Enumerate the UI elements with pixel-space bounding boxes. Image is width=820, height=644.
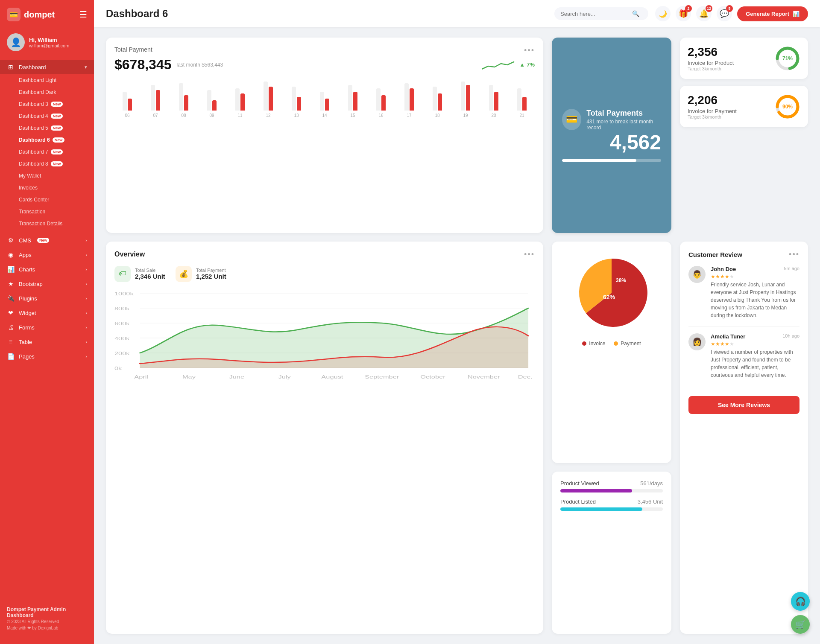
blue-card-sub: 431 more to break last month record [586,119,661,131]
sidebar-item-dashboard-7[interactable]: Dashboard 7 New [0,146,94,158]
review-body-1: John Doe 5m ago ★★★★★ Friendly service J… [711,266,800,319]
bar-group: 18 [425,76,450,118]
cart-float-btn[interactable]: 🛒 [791,615,810,634]
bar-label: 19 [463,113,468,118]
review-header: Customer Review ••• [688,250,800,259]
nav-pages-label: Pages [19,353,35,360]
nav-pages[interactable]: 📄 Pages › [0,349,94,364]
new-badge: New [51,114,63,119]
review-text-1: Friendly service Josh, Lunar and everyon… [711,281,800,319]
payment-amount: $678,345 [114,57,171,73]
sidebar-item-dashboard-dark[interactable]: Dashboard Dark [0,86,94,98]
main-content: Dashboard 6 🔍 🌙 🎁 2 🔔 12 💬 5 Generate [94,0,820,644]
sidebar-footer: Dompet Payment Admin Dashboard © 2023 Al… [0,600,94,637]
sidebar-item-my-wallet[interactable]: My Wallet [0,170,94,182]
sidebar-item-transaction[interactable]: Transaction [0,206,94,218]
chevron-right-icon: › [85,252,87,257]
bar-group: 11 [227,76,253,118]
svg-text:June: June [229,374,244,379]
invoice-product-number: 2,356 [688,45,734,59]
invoice-legend-label: Invoice [589,341,605,347]
bar-label: 20 [491,113,496,118]
user-greeting: Hi, William [29,37,69,43]
sidebar-item-cards-center[interactable]: Cards Center [0,194,94,206]
bell-btn[interactable]: 🔔 12 [696,6,712,21]
svg-text:April: April [134,374,148,379]
new-badge: New [53,137,65,143]
footer-copyright: © 2023 All Rights Reserved [7,619,87,624]
pages-icon: 📄 [7,353,15,360]
sidebar-item-dashboard-4[interactable]: Dashboard 4 New [0,110,94,122]
light-bar [123,92,127,111]
see-more-reviews-button[interactable]: See More Reviews [688,396,800,414]
svg-text:38%: 38% [616,277,626,283]
app-logo[interactable]: 💳 dompet [7,8,55,21]
last-month-label: last month $563,443 [176,62,223,68]
overview-header: Overview ••• [114,250,535,259]
sidebar-item-dashboard-6[interactable]: Dashboard 6 New [0,134,94,146]
sidebar-item-dashboard-light[interactable]: Dashboard Light [0,74,94,86]
nav-bootstrap[interactable]: ★ Bootstrap › [0,277,94,291]
sidebar-item-invoices[interactable]: Invoices [0,182,94,194]
overview-menu-btn[interactable]: ••• [524,250,535,259]
pie-chart-svg: 62% 38% [573,254,650,331]
search-input[interactable] [560,11,629,17]
sidebar-item-label: Transaction Details [19,221,62,227]
svg-text:400k: 400k [114,335,130,341]
bar-chart-icon: 📊 [793,11,800,17]
bar-group: 19 [453,76,478,118]
pie-chart-container: 62% 38% [573,254,650,331]
light-bar [461,82,465,111]
bar-group: 14 [312,76,337,118]
light-bar [292,87,296,111]
nav-apps[interactable]: ◉ Apps › [0,248,94,262]
svg-text:May: May [182,374,196,379]
red-bar [297,97,301,111]
sidebar-item-dashboard-8[interactable]: Dashboard 8 New [0,158,94,170]
search-icon: 🔍 [632,10,639,17]
nav-dashboard[interactable]: ⊞ Dashboard ▾ [0,60,94,74]
product-viewed-header: Product Viewed 561/days [560,480,663,487]
svg-text:1000k: 1000k [114,291,134,296]
sidebar-item-transaction-details[interactable]: Transaction Details [0,218,94,230]
chat-btn[interactable]: 💬 5 [717,6,732,21]
support-float-btn[interactable]: 🎧 [791,592,810,611]
sidebar-item-dashboard-5[interactable]: Dashboard 5 New [0,122,94,134]
product-listed-bar [560,507,663,511]
chat-badge: 5 [726,5,733,12]
nav-forms[interactable]: 🖨 Forms › [0,320,94,335]
product-listed-label: Product Listed [560,498,596,505]
bar-group: 20 [481,76,507,118]
gift-btn[interactable]: 🎁 2 [676,6,691,21]
dashboard-nav-section: ⊞ Dashboard ▾ Dashboard Light Dashboard … [0,58,94,231]
moon-btn[interactable]: 🌙 [655,6,671,21]
invoice-product-donut: 71% [775,46,800,71]
review-menu-btn[interactable]: ••• [789,250,800,259]
sidebar-item-dashboard-3[interactable]: Dashboard 3 New [0,98,94,110]
avatar: 👤 [7,33,25,51]
nav-cms[interactable]: ⚙ CMS New › [0,233,94,248]
payment-meta: $678,345 last month $563,443 ▲ 7% [114,57,535,73]
nav-table[interactable]: ≡ Table › [0,335,94,349]
nav-plugins[interactable]: 🔌 Plugins › [0,291,94,306]
legend-invoice: Invoice [582,341,605,347]
red-bar [156,90,160,111]
product-viewed-value: 561/days [640,480,663,487]
search-box[interactable]: 🔍 [554,7,648,20]
hamburger-btn[interactable]: ☰ [79,9,87,20]
generate-report-button[interactable]: Generate Report 📊 [737,6,808,21]
light-bar [376,88,381,111]
nav-cms-label: CMS [19,237,31,244]
pie-legend: Invoice Payment [582,341,641,347]
red-bar [128,99,132,111]
product-viewed-stat: Product Viewed 561/days [560,480,663,492]
sidebar-item-label: Dashboard 3 [19,101,48,107]
chevron-down-icon: ▾ [85,64,87,70]
card-menu-btn[interactable]: ••• [524,46,535,55]
sidebar-item-label: My Wallet [19,173,41,179]
svg-text:October: October [420,374,445,379]
nav-charts[interactable]: 📊 Charts › [0,262,94,277]
nav-widget[interactable]: ❤ Widget › [0,306,94,320]
invoice-payment-number: 2,206 [688,93,737,107]
light-bar [207,90,211,111]
